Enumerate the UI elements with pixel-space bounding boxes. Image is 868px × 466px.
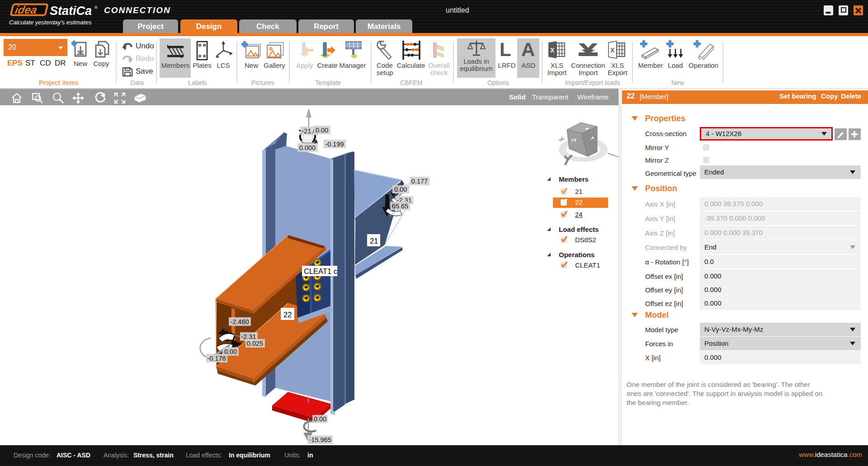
svg-text:0.177: 0.177 [411, 178, 428, 185]
svg-text:0.025: 0.025 [247, 340, 263, 347]
svg-text:X: X [610, 47, 615, 54]
svg-text:CLEAT1 c: CLEAT1 c [304, 267, 337, 275]
svg-text:-2.460: -2.460 [230, 318, 249, 325]
svg-text:21: 21 [370, 237, 378, 245]
svg-text:0.00: 0.00 [394, 186, 407, 193]
svg-text:22: 22 [283, 311, 292, 319]
svg-text:65.65: 65.65 [392, 202, 408, 210]
svg-text:X: X [550, 47, 555, 54]
svg-text:idea: idea [14, 4, 38, 16]
svg-text:+Y: +Y [571, 138, 577, 143]
svg-text:®: ® [94, 5, 98, 10]
svg-text:0.00: 0.00 [314, 415, 326, 423]
svg-text:-0.178: -0.178 [207, 355, 226, 362]
svg-text:StatiCa: StatiCa [50, 4, 92, 17]
svg-text:0.000: 0.000 [299, 144, 316, 151]
svg-text:-0.199: -0.199 [325, 141, 344, 148]
svg-text:0.00: 0.00 [316, 127, 328, 134]
svg-text:-15.965: -15.965 [309, 436, 331, 443]
